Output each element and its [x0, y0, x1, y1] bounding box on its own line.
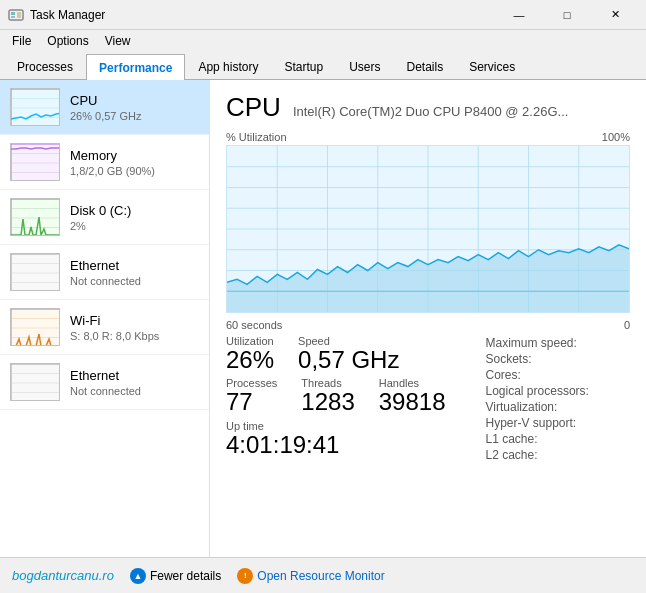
l2-key: L2 cache:: [486, 447, 647, 463]
info-row-maxspeed: Maximum speed: 2,27 GHz: [486, 335, 647, 351]
svg-rect-1: [11, 12, 15, 15]
ethernet2-sidebar-info: Ethernet Not connected: [70, 368, 141, 397]
sidebar-item-disk[interactable]: Disk 0 (C:) 2%: [0, 190, 209, 245]
chart-100-label: 100%: [602, 131, 630, 143]
close-button[interactable]: ✕: [592, 0, 638, 30]
svg-rect-14: [11, 199, 60, 236]
disk-sidebar-info: Disk 0 (C:) 2%: [70, 203, 131, 232]
info-row-l2: L2 cache: 3,0 MB: [486, 447, 647, 463]
main-content: CPU 26% 0,57 GHz Memory 1,8/2,0 GB (9: [0, 80, 646, 557]
ethernet2-thumbnail: [10, 363, 60, 401]
titlebar: Task Manager — □ ✕: [0, 0, 646, 30]
stats-right: Maximum speed: 2,27 GHz Sockets: 1 Cores…: [486, 335, 647, 463]
virt-key: Virtualization:: [486, 399, 647, 415]
ethernet1-label: Ethernet: [70, 258, 141, 273]
bottom-section: Utilization 26% Speed 0,57 GHz Processes…: [226, 335, 630, 463]
cpu-sublabel: 26% 0,57 GHz: [70, 110, 142, 122]
disk-sublabel: 2%: [70, 220, 131, 232]
menu-file[interactable]: File: [4, 32, 39, 50]
fewer-details-label: Fewer details: [150, 569, 221, 583]
cpu-sidebar-info: CPU 26% 0,57 GHz: [70, 93, 142, 122]
sidebar-item-ethernet1[interactable]: Ethernet Not connected: [0, 245, 209, 300]
info-row-sockets: Sockets: 1: [486, 351, 647, 367]
svg-rect-4: [11, 89, 60, 126]
sockets-key: Sockets:: [486, 351, 647, 367]
disk-thumbnail: [10, 198, 60, 236]
uptime-stat: Up time 4:01:19:41: [226, 420, 446, 458]
sidebar-item-memory[interactable]: Memory 1,8/2,0 GB (90%): [0, 135, 209, 190]
sidebar-item-cpu[interactable]: CPU 26% 0,57 GHz: [0, 80, 209, 135]
memory-sidebar-info: Memory 1,8/2,0 GB (90%): [70, 148, 155, 177]
svg-rect-9: [11, 144, 60, 181]
svg-rect-29: [11, 364, 60, 401]
wifi-sidebar-info: Wi-Fi S: 8,0 R: 8,0 Kbps: [70, 313, 159, 342]
utilization-stat: Utilization 26%: [226, 335, 274, 373]
hyperv-key: Hyper-V support:: [486, 415, 647, 431]
cpu-chart: [226, 145, 630, 313]
fewer-details-button[interactable]: ▲ Fewer details: [130, 568, 221, 584]
disk-label: Disk 0 (C:): [70, 203, 131, 218]
ethernet1-sidebar-info: Ethernet Not connected: [70, 258, 141, 287]
tab-users[interactable]: Users: [336, 53, 393, 79]
panel-subtitle: Intel(R) Core(TM)2 Duo CPU P8400 @ 2.26G…: [293, 104, 568, 119]
tab-performance[interactable]: Performance: [86, 54, 185, 80]
menubar: File Options View: [0, 30, 646, 52]
svg-rect-2: [11, 16, 15, 18]
menu-view[interactable]: View: [97, 32, 139, 50]
monitor-icon: !: [237, 568, 253, 584]
handles-value: 39818: [379, 389, 446, 415]
speed-stat: Speed 0,57 GHz: [298, 335, 399, 373]
ethernet1-thumbnail: [10, 253, 60, 291]
l1-key: L1 cache:: [486, 431, 647, 447]
processes-stat: Processes 77: [226, 377, 277, 415]
ethernet2-sublabel: Not connected: [70, 385, 141, 397]
brand-text: bogdanturcanu.ro: [12, 568, 114, 583]
threads-stat: Threads 1283: [301, 377, 354, 415]
uptime-value: 4:01:19:41: [226, 432, 446, 458]
tab-bar: Processes Performance App history Startu…: [0, 52, 646, 80]
memory-thumbnail: [10, 143, 60, 181]
ethernet1-sublabel: Not connected: [70, 275, 141, 287]
utilization-value: 26%: [226, 347, 274, 373]
open-resource-monitor-button[interactable]: ! Open Resource Monitor: [237, 568, 384, 584]
tab-processes[interactable]: Processes: [4, 53, 86, 79]
wifi-label: Wi-Fi: [70, 313, 159, 328]
handles-stat: Handles 39818: [379, 377, 446, 415]
footer: bogdanturcanu.ro ▲ Fewer details ! Open …: [0, 557, 646, 593]
chart-x-right: 0: [624, 319, 630, 331]
memory-label: Memory: [70, 148, 155, 163]
wifi-thumbnail: [10, 308, 60, 346]
uptime-label: Up time: [226, 420, 446, 432]
ethernet2-label: Ethernet: [70, 368, 141, 383]
info-row-l1: L1 cache: 128 KB: [486, 431, 647, 447]
memory-sublabel: 1,8/2,0 GB (90%): [70, 165, 155, 177]
wifi-sublabel: S: 8,0 R: 8,0 Kbps: [70, 330, 159, 342]
tab-details[interactable]: Details: [393, 53, 456, 79]
sidebar-item-wifi[interactable]: Wi-Fi S: 8,0 R: 8,0 Kbps: [0, 300, 209, 355]
sidebar-item-ethernet2[interactable]: Ethernet Not connected: [0, 355, 209, 410]
menu-options[interactable]: Options: [39, 32, 96, 50]
info-row-hyperv: Hyper-V support: No: [486, 415, 647, 431]
processes-value: 77: [226, 389, 277, 415]
stats-left: Utilization 26% Speed 0,57 GHz Processes…: [226, 335, 470, 463]
fewer-details-icon: ▲: [130, 568, 146, 584]
chart-x-left: 60 seconds: [226, 319, 282, 331]
cpu-thumbnail: [10, 88, 60, 126]
max-speed-key: Maximum speed:: [486, 335, 647, 351]
sidebar: CPU 26% 0,57 GHz Memory 1,8/2,0 GB (9: [0, 80, 210, 557]
window-title: Task Manager: [30, 8, 496, 22]
maximize-button[interactable]: □: [544, 0, 590, 30]
app-icon: [8, 7, 24, 23]
panel-title: CPU: [226, 92, 281, 123]
tab-startup[interactable]: Startup: [271, 53, 336, 79]
info-row-virt: Virtualization: Disabled: [486, 399, 647, 415]
tab-services[interactable]: Services: [456, 53, 528, 79]
logical-key: Logical processors:: [486, 383, 647, 399]
chart-y-label: % Utilization: [226, 131, 287, 143]
tab-app-history[interactable]: App history: [185, 53, 271, 79]
cpu-panel: CPU Intel(R) Core(TM)2 Duo CPU P8400 @ 2…: [210, 80, 646, 557]
cores-key: Cores:: [486, 367, 647, 383]
svg-rect-19: [11, 254, 60, 291]
speed-value: 0,57 GHz: [298, 347, 399, 373]
minimize-button[interactable]: —: [496, 0, 542, 30]
